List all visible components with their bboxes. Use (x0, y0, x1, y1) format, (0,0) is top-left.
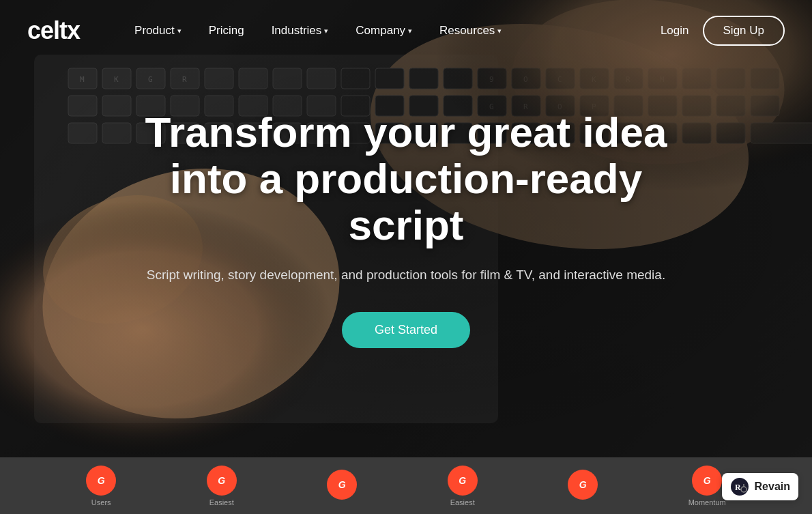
chevron-down-icon: ▾ (324, 27, 328, 35)
nav-actions: Login Sign Up (661, 16, 785, 46)
g2-icon: G (568, 470, 598, 500)
revain-badge: R Revain (722, 473, 798, 500)
revain-icon: R (730, 477, 749, 496)
award-label: Momentum (688, 498, 726, 506)
award-badge-5: G (568, 470, 598, 502)
award-badge-4: G Easiest (448, 466, 478, 506)
awards-section: G Users G Easiest G G Easiest G G Moment… (0, 457, 812, 514)
nav-item-pricing[interactable]: Pricing (195, 18, 258, 43)
nav-item-resources[interactable]: Resources ▾ (426, 18, 515, 43)
get-started-button[interactable]: Get Started (342, 312, 470, 348)
award-badge-users: G Users (86, 466, 116, 506)
signup-button[interactable]: Sign Up (703, 16, 785, 46)
award-badge-momentum: G Momentum (688, 466, 726, 506)
nav-item-industries[interactable]: Industries ▾ (258, 18, 343, 43)
hero-content: Transform your great idea into a product… (99, 109, 713, 348)
nav-pricing-label: Pricing (209, 24, 244, 38)
chevron-down-icon: ▾ (177, 27, 182, 35)
award-label: Easiest (450, 498, 475, 506)
nav-product-label: Product (134, 24, 175, 38)
nav-item-product[interactable]: Product ▾ (121, 18, 195, 43)
nav-links: Product ▾ Pricing Industries ▾ Company ▾… (121, 18, 661, 43)
award-label: Easiest (209, 498, 234, 506)
award-badge-easiest: G Easiest (207, 466, 237, 506)
g2-icon: G (327, 470, 357, 500)
award-label: Users (91, 498, 111, 506)
chevron-down-icon: ▾ (408, 27, 412, 35)
award-badge-3: G (327, 470, 357, 502)
g2-icon: G (207, 466, 237, 496)
svg-text:R: R (735, 483, 741, 492)
revain-label: Revain (755, 481, 790, 493)
nav-industries-label: Industries (272, 24, 322, 38)
nav-resources-label: Resources (439, 24, 495, 38)
navbar: celtx Product ▾ Pricing Industries ▾ Com… (0, 0, 812, 61)
nav-item-company[interactable]: Company ▾ (342, 18, 426, 43)
chevron-down-icon: ▾ (497, 27, 502, 35)
g2-icon: G (692, 466, 722, 496)
g2-icon: G (448, 466, 478, 496)
nav-company-label: Company (356, 24, 405, 38)
brand-logo[interactable]: celtx (27, 16, 80, 45)
hero-section: M K G R 9 O C K R M G R O P (0, 0, 812, 457)
g2-icon: G (86, 466, 116, 496)
hero-subtitle: Script writing, story development, and p… (126, 266, 686, 285)
hero-title: Transform your great idea into a product… (126, 109, 686, 249)
login-link[interactable]: Login (661, 24, 689, 38)
